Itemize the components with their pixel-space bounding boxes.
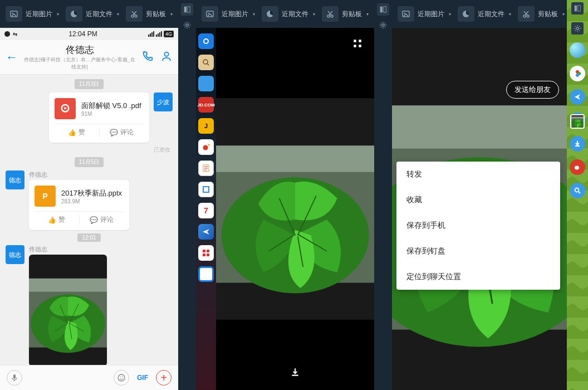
- sender-name: 佟德志: [29, 170, 129, 179]
- avatar[interactable]: 德志: [6, 245, 24, 264]
- avatar[interactable]: 少波: [154, 92, 173, 111]
- dock-share-icon[interactable]: [570, 89, 585, 105]
- menu-locate-chat[interactable]: 定位到聊天位置: [396, 264, 560, 290]
- topbar-recent-images[interactable]: 近期图片▾: [398, 6, 451, 22]
- chevron-down-icon: ▾: [562, 12, 565, 17]
- download-icon[interactable]: [285, 362, 305, 382]
- dock-toggle-icon[interactable]: [571, 2, 584, 14]
- file-name: 面部解锁 V5.0 .pdf: [81, 101, 141, 111]
- chat-header: ← 佟德志 佟德志|锤子科技（北京）有…户服务中心-客服_在线支持|: [0, 40, 178, 75]
- panel-chat: 近期图片▾ 近期文件▾ 剪贴板▾ ⇆ 12:04 PM 4G ← 佟德志: [0, 0, 196, 390]
- svg-rect-17: [380, 7, 383, 13]
- topbar-recent-files[interactable]: 近期文件▾: [458, 6, 511, 22]
- topbar-recent-images[interactable]: 近期图片▾: [202, 6, 255, 22]
- svg-rect-35: [575, 6, 577, 12]
- file-size: 91M: [81, 111, 141, 117]
- svg-point-15: [120, 377, 121, 378]
- comment-button[interactable]: 💬评论: [80, 215, 124, 225]
- svg-point-19: [382, 24, 384, 26]
- topbar: 近期图片▾ 近期文件▾ 剪贴板▾: [0, 0, 196, 28]
- dock-weibo-icon[interactable]: [570, 159, 585, 175]
- chat-body[interactable]: 11月3日 面部解锁 V5.0 .pdf 91M 👍赞: [0, 75, 178, 365]
- dock-toggle-icon[interactable]: [181, 3, 193, 16]
- panel-image-context: 近期图片▾ 近期文件▾ 剪贴板▾ 发送给朋友 转发 收藏 保存到手机 保存到钉盘…: [392, 0, 588, 390]
- comment-button[interactable]: 💬评论: [100, 128, 144, 137]
- menu-save-phone[interactable]: 保存到手机: [396, 213, 560, 238]
- profile-icon[interactable]: [160, 50, 173, 65]
- svg-rect-27: [203, 250, 205, 252]
- plus-icon[interactable]: +: [156, 370, 171, 386]
- topbar-recent-files[interactable]: 近期文件▾: [262, 6, 315, 22]
- topbar-label: 剪贴板: [146, 9, 166, 19]
- date-chip: 11月3日: [75, 79, 104, 89]
- dock-notes-icon[interactable]: [198, 160, 214, 176]
- topbar-clipboard[interactable]: 剪贴板▾: [518, 6, 565, 22]
- svg-point-37: [576, 27, 579, 30]
- menu-save-dingpan[interactable]: 保存到钉盘: [396, 238, 560, 264]
- dock-app-icon[interactable]: [198, 33, 214, 49]
- image-message[interactable]: [29, 255, 107, 365]
- file-card[interactable]: 面部解锁 V5.0 .pdf 91M 👍赞 💬评论: [49, 92, 149, 143]
- like-button[interactable]: 👍赞: [35, 215, 80, 225]
- svg-rect-18: [384, 7, 386, 13]
- sender-name: 佟德志: [29, 245, 107, 254]
- dock-jd-icon[interactable]: JD.COM: [198, 97, 214, 113]
- svg-rect-36: [578, 6, 580, 12]
- message-in: 德志 佟德志 P 2017秋季新品.pptx 283.9M 👍赞: [6, 170, 173, 230]
- like-button[interactable]: 👍赞: [55, 128, 100, 137]
- svg-rect-33: [354, 45, 356, 47]
- grid-toggle-icon[interactable]: [347, 33, 367, 53]
- dock-stamp-icon[interactable]: [198, 182, 214, 197]
- dock-calendar-icon[interactable]: 7: [198, 203, 214, 218]
- avatar[interactable]: 德志: [6, 170, 24, 189]
- dock-grid-icon[interactable]: [198, 245, 214, 261]
- file-card[interactable]: P 2017秋季新品.pptx 283.9M 👍赞 💬评论: [29, 180, 129, 230]
- pie-icon: [458, 6, 474, 22]
- svg-rect-13: [13, 374, 16, 379]
- topbar-recent-images[interactable]: 近期图片▾: [6, 6, 59, 22]
- dock-balloon-icon[interactable]: [570, 42, 585, 58]
- dock-browser-icon[interactable]: [198, 266, 214, 282]
- date-chip: 12:01: [77, 233, 100, 242]
- send-to-friend-button[interactable]: 发送给朋友: [506, 81, 559, 99]
- topbar-clipboard[interactable]: 剪贴板▾: [126, 6, 173, 22]
- comment-icon: 💬: [90, 216, 98, 224]
- dock-weibo-icon[interactable]: [198, 139, 214, 155]
- dock-app-icon[interactable]: J: [198, 118, 214, 134]
- chevron-down-icon: ▾: [313, 12, 315, 17]
- menu-favorite[interactable]: 收藏: [396, 187, 560, 213]
- dock-app-icon[interactable]: [198, 76, 214, 91]
- gear-icon[interactable]: [377, 19, 389, 31]
- image-viewer[interactable]: [216, 28, 374, 390]
- dock-send-icon[interactable]: [198, 224, 214, 240]
- contact-subtitle: 佟德志|锤子科技（北京）有…户服务中心-客服_在线支持|: [22, 56, 137, 71]
- gif-button[interactable]: GIF: [135, 370, 150, 386]
- svg-point-21: [204, 40, 208, 43]
- gear-icon[interactable]: [181, 19, 193, 31]
- topbar-recent-files[interactable]: 近期文件▾: [66, 6, 119, 22]
- svg-point-11: [186, 24, 188, 26]
- dock-download-icon[interactable]: [570, 136, 585, 152]
- gear-icon[interactable]: [571, 22, 584, 35]
- date-chip: 11月5日: [75, 157, 104, 167]
- svg-rect-30: [207, 254, 209, 256]
- ppt-icon: P: [35, 186, 56, 207]
- context-menu: 转发 收藏 保存到手机 保存到钉盘 定位到聊天位置: [396, 162, 560, 290]
- menu-forward[interactable]: 转发: [396, 162, 560, 187]
- image-thumbnail[interactable]: [570, 114, 585, 129]
- dock-photos-icon[interactable]: [570, 66, 585, 81]
- svg-rect-29: [203, 254, 205, 256]
- chevron-down-icon: ▾: [449, 12, 451, 17]
- dock-search-icon[interactable]: [198, 55, 214, 70]
- dock-search-icon[interactable]: [570, 183, 585, 198]
- svg-rect-32: [359, 40, 361, 42]
- phone-icon[interactable]: [141, 50, 154, 65]
- right-bar: [567, 0, 588, 390]
- topbar-clipboard[interactable]: 剪贴板▾: [322, 6, 369, 22]
- emoji-icon[interactable]: [114, 370, 129, 386]
- chat-input-bar: GIF +: [0, 365, 178, 390]
- dock-toggle-icon[interactable]: [377, 3, 389, 16]
- back-icon[interactable]: ←: [6, 50, 18, 65]
- voice-icon[interactable]: [7, 370, 22, 386]
- svg-point-12: [164, 52, 168, 56]
